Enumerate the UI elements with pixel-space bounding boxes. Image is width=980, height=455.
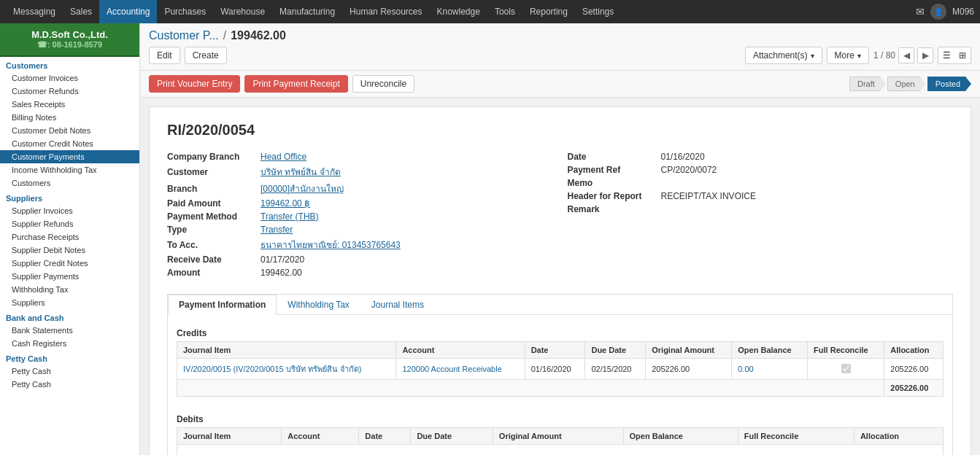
tab-withholding-tax[interactable]: Withholding Tax <box>277 295 360 314</box>
sidebar-item-customer-refunds[interactable]: Customer Refunds <box>0 85 139 98</box>
sidebar-logo: M.D.Soft Co.,Ltd. ☎: 08-1619-8579 <box>0 23 139 57</box>
tab-payment-information[interactable]: Payment Information <box>168 295 277 315</box>
field-amount: Amount 199462.00 <box>167 266 553 279</box>
sidebar-item-cash-registers[interactable]: Cash Registers <box>0 337 139 350</box>
sidebar-item-supplier-credit-notes[interactable]: Supplier Credit Notes <box>0 257 139 270</box>
main-header: Customer P... / 199462.00 Edit Create At… <box>140 23 980 71</box>
col-open-balance: Open Balance <box>732 342 808 359</box>
create-button[interactable]: Create <box>185 47 227 64</box>
sidebar-item-customer-payments[interactable]: Customer Payments <box>0 150 139 163</box>
sidebar-item-petty-cash-1[interactable]: Petty Cash <box>0 365 139 378</box>
field-to-acc: To Acc. ธนาคารไทยพาณิชย์: 013453765643 <box>167 236 553 253</box>
pager: 1 / 80 ◀ ▶ <box>873 47 933 63</box>
top-nav-right: ✉ 👤 M096 <box>916 4 974 20</box>
field-receive-date: Receive Date 01/17/2020 <box>167 253 553 266</box>
list-view-button[interactable]: ☰ <box>938 47 954 63</box>
grid-view-button[interactable]: ⊞ <box>954 47 971 63</box>
nav-item-manufacturing[interactable]: Manufacturing <box>272 0 342 23</box>
debits-empty-row <box>177 445 944 456</box>
sidebar-section-petty-cash: Petty Cash Petty Cash Petty Cash <box>0 350 139 391</box>
pager-prev-button[interactable]: ◀ <box>898 47 914 63</box>
nav-item-human-resources[interactable]: Human Resources <box>342 0 429 23</box>
print-receipt-button[interactable]: Print Payment Receipt <box>244 75 347 93</box>
nav-item-accounting[interactable]: Accounting <box>99 0 157 23</box>
field-type: Type Transfer <box>167 223 553 236</box>
debits-col-original-amount: Original Amount <box>493 428 623 445</box>
sidebar-item-suppliers[interactable]: Suppliers <box>0 296 139 309</box>
nav-item-purchases[interactable]: Purchases <box>157 0 213 23</box>
field-customer: Customer บริษัท ทรัพย์สิน จำกัด <box>167 163 553 180</box>
sidebar-item-bank-statements[interactable]: Bank Statements <box>0 324 139 337</box>
mail-icon[interactable]: ✉ <box>916 6 925 18</box>
col-date: Date <box>525 342 585 359</box>
tab-journal-items[interactable]: Journal Items <box>360 295 435 314</box>
cell-due-date: 02/15/2020 <box>585 359 646 380</box>
unreconcile-button[interactable]: Unreconcile <box>352 75 414 93</box>
debits-col-allocation: Allocation <box>854 428 943 445</box>
field-date: Date 01/16/2020 <box>568 150 954 163</box>
user-avatar[interactable]: 👤 <box>930 4 946 20</box>
top-navigation: Messaging Sales Accounting Purchases War… <box>0 0 980 23</box>
col-original-amount: Original Amount <box>646 342 732 359</box>
sidebar-item-customer-invoices[interactable]: Customer Invoices <box>0 71 139 85</box>
sidebar-item-income-withholding-tax[interactable]: Income Withholding Tax <box>0 163 139 176</box>
credits-total-row: 205226.00 <box>177 380 944 397</box>
credits-table: Journal Item Account Date Due Date Origi… <box>177 341 944 397</box>
sidebar-item-supplier-payments[interactable]: Supplier Payments <box>0 270 139 283</box>
sidebar-item-customer-debit-notes[interactable]: Customer Debit Notes <box>0 124 139 137</box>
nav-item-warehouse[interactable]: Warehouse <box>213 0 272 23</box>
toolbar: Edit Create Attachment(s) ▾ More ▾ 1 / 8… <box>149 47 971 70</box>
user-label: M096 <box>952 7 974 17</box>
col-full-reconcile: Full Reconcile <box>808 342 884 359</box>
attachments-button[interactable]: Attachment(s) ▾ <box>745 47 822 64</box>
nav-item-reporting[interactable]: Reporting <box>522 0 575 23</box>
edit-button[interactable]: Edit <box>149 47 180 64</box>
sidebar-item-supplier-refunds[interactable]: Supplier Refunds <box>0 217 139 230</box>
field-payment-method: Payment Method Transfer (THB) <box>167 210 553 223</box>
cell-journal-item[interactable]: IV/2020/0015 (IV/2020/0015 บริษัท ทรัพย์… <box>177 359 396 380</box>
status-open[interactable]: Open <box>887 77 926 91</box>
logo-name: M.D.Soft Co.,Ltd. <box>6 29 134 40</box>
nav-item-sales[interactable]: Sales <box>63 0 99 23</box>
pager-next-button[interactable]: ▶ <box>917 47 933 63</box>
full-reconcile-checkbox[interactable] <box>841 364 851 373</box>
fields-left: Company Branch Head Office Customer บริษ… <box>167 150 553 279</box>
sidebar-item-purchase-receipts[interactable]: Purchase Receipts <box>0 230 139 244</box>
field-company-branch: Company Branch Head Office <box>167 150 553 163</box>
more-button[interactable]: More ▾ <box>827 47 869 64</box>
document-area: RI/2020/0054 Company Branch Head Office … <box>140 98 980 455</box>
debits-col-open-balance: Open Balance <box>623 428 738 445</box>
nav-item-tools[interactable]: Tools <box>487 0 522 23</box>
cell-date: 01/16/2020 <box>525 359 585 380</box>
nav-item-messaging[interactable]: Messaging <box>6 0 63 23</box>
breadcrumb-parent[interactable]: Customer P... <box>149 29 219 42</box>
print-voucher-button[interactable]: Print Voucher Entry <box>149 75 240 93</box>
sidebar-item-billing-notes[interactable]: Billing Notes <box>0 111 139 124</box>
debits-title: Debits <box>177 408 944 427</box>
sidebar-item-customers[interactable]: Customers <box>0 176 139 190</box>
status-steps: Draft Open Posted <box>849 77 971 91</box>
cell-open-balance: 0.00 <box>732 359 808 380</box>
nav-item-knowledge[interactable]: Knowledge <box>429 0 487 23</box>
debits-table: Journal Item Account Date Due Date Origi… <box>177 427 944 455</box>
fields-right: Date 01/16/2020 Payment Ref CP/2020/0072… <box>568 150 954 279</box>
col-account: Account <box>396 342 525 359</box>
nav-item-settings[interactable]: Settings <box>575 0 621 23</box>
main-layout: M.D.Soft Co.,Ltd. ☎: 08-1619-8579 Custom… <box>0 23 980 455</box>
sidebar-item-withholding-tax[interactable]: Withholding Tax <box>0 283 139 296</box>
debits-col-full-reconcile: Full Reconcile <box>738 428 854 445</box>
status-draft[interactable]: Draft <box>849 77 886 91</box>
cell-original-amount: 205226.00 <box>646 359 732 380</box>
tabs-container: Payment Information Withholding Tax Jour… <box>167 294 953 455</box>
sidebar-item-supplier-invoices[interactable]: Supplier Invoices <box>0 204 139 217</box>
sidebar-item-petty-cash-2[interactable]: Petty Cash <box>0 378 139 391</box>
status-posted[interactable]: Posted <box>927 77 971 91</box>
cell-account[interactable]: 120000 Account Receivable <box>396 359 525 380</box>
sidebar-item-sales-receipts[interactable]: Sales Receipts <box>0 98 139 111</box>
sidebar-item-supplier-debit-notes[interactable]: Supplier Debit Notes <box>0 244 139 257</box>
cell-full-reconcile[interactable] <box>808 359 884 380</box>
sidebar-item-customer-credit-notes[interactable]: Customer Credit Notes <box>0 137 139 150</box>
sidebar-section-bank-cash: Bank and Cash Bank Statements Cash Regis… <box>0 309 139 350</box>
attachments-dropdown-arrow: ▾ <box>811 52 814 60</box>
action-status-bar: Print Voucher Entry Print Payment Receip… <box>140 71 980 98</box>
